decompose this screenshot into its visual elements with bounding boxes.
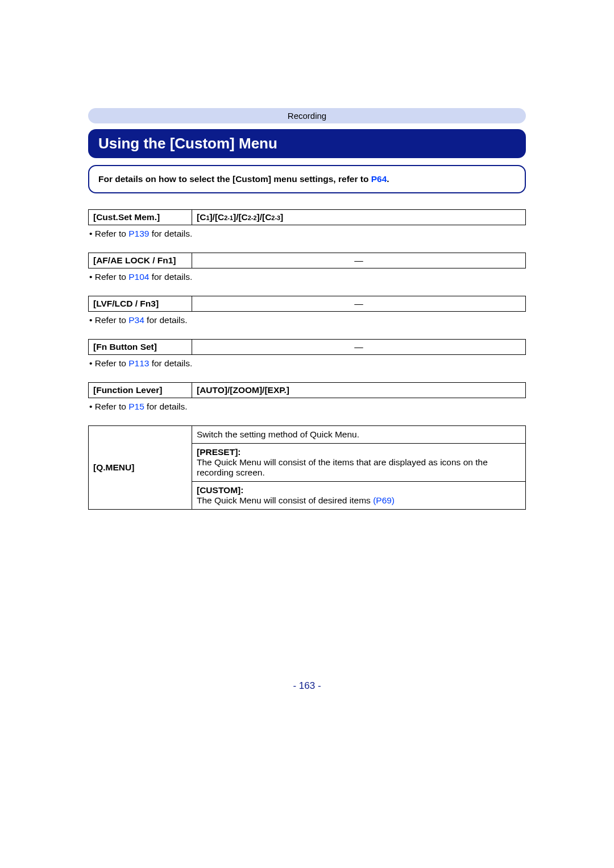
option-label: [LVF/LCD / Fn3] xyxy=(89,296,192,312)
glyph-c: C xyxy=(218,212,224,222)
qmenu-row3: [CUSTOM]: The Quick Menu will consist of… xyxy=(192,482,526,510)
table-row: [Cust.Set Mem.] [C1]/[C2-1]/[C2-2]/[C2-3… xyxy=(89,210,526,225)
refer-suffix: for details. xyxy=(144,315,188,325)
option-value: — xyxy=(192,253,526,268)
qmenu-custom-title: [CUSTOM]: xyxy=(197,485,243,495)
refer-prefix: • Refer to xyxy=(89,229,128,238)
glyph-sub: 2-3 xyxy=(271,214,280,221)
option-value: [C1]/[C2-1]/[C2-2]/[C2-3] xyxy=(192,210,526,225)
refer-link[interactable]: P104 xyxy=(128,272,149,282)
refer-link[interactable]: P15 xyxy=(128,402,144,411)
refer-suffix: for details. xyxy=(149,229,192,238)
table-row: [AF/AE LOCK / Fn1] — xyxy=(89,253,526,268)
refer-line: • Refer to P113 for details. xyxy=(88,358,526,369)
refer-line: • Refer to P139 for details. xyxy=(88,229,526,239)
refer-prefix: • Refer to xyxy=(89,272,128,282)
option-fn-button-set: [Fn Button Set] — • Refer to P113 for de… xyxy=(88,339,526,369)
option-cust-set-mem: [Cust.Set Mem.] [C1]/[C2-1]/[C2-2]/[C2-3… xyxy=(88,209,526,239)
option-function-lever: [Function Lever] [AUTO]/[ZOOM]/[EXP.] • … xyxy=(88,382,526,412)
qmenu-custom-text: The Quick Menu will consist of desired i… xyxy=(197,495,373,505)
refer-line: • Refer to P104 for details. xyxy=(88,272,526,282)
table-row: [LVF/LCD / Fn3] — xyxy=(89,296,526,312)
page-number: - 163 - xyxy=(88,680,526,692)
option-table: [Cust.Set Mem.] [C1]/[C2-1]/[C2-2]/[C2-3… xyxy=(88,209,526,225)
refer-prefix: • Refer to xyxy=(89,315,128,325)
qmenu-row2: [PRESET]: The Quick Menu will consist of… xyxy=(192,444,526,482)
note-suffix: . xyxy=(387,174,389,184)
option-label: [Q.MENU] xyxy=(89,426,192,510)
note-link-p64[interactable]: P64 xyxy=(371,174,387,184)
qmenu-row1: Switch the setting method of Quick Menu. xyxy=(192,426,526,444)
table-row: [Q.MENU] Switch the setting method of Qu… xyxy=(89,426,526,444)
option-label: [Fn Button Set] xyxy=(89,340,192,355)
intro-note: For details on how to select the [Custom… xyxy=(88,165,526,193)
option-af-ae-lock: [AF/AE LOCK / Fn1] — • Refer to P104 for… xyxy=(88,253,526,282)
option-value: — xyxy=(192,340,526,355)
glyph-sub: 2-1 xyxy=(224,214,233,221)
option-value: [AUTO]/[ZOOM]/[EXP.] xyxy=(192,383,526,398)
option-lvf-lcd: [LVF/LCD / Fn3] — • Refer to P34 for det… xyxy=(88,296,526,325)
option-table: [Function Lever] [AUTO]/[ZOOM]/[EXP.] xyxy=(88,382,526,398)
table-row: [Fn Button Set] — xyxy=(89,340,526,355)
refer-link[interactable]: P113 xyxy=(128,358,149,368)
option-value-text: [AUTO]/[ZOOM]/[EXP.] xyxy=(197,385,289,395)
qmenu-preset-title: [PRESET]: xyxy=(197,447,241,457)
page-content: Recording Using the [Custom] Menu For de… xyxy=(88,0,526,726)
refer-suffix: for details. xyxy=(144,402,188,411)
option-table: [LVF/LCD / Fn3] — xyxy=(88,296,526,312)
option-table: [Fn Button Set] — xyxy=(88,339,526,355)
page-title: Using the [Custom] Menu xyxy=(88,129,526,158)
glyph-c: C xyxy=(265,212,271,222)
glyph-sub: 2-2 xyxy=(248,214,257,221)
option-table: [AF/AE LOCK / Fn1] — xyxy=(88,253,526,268)
option-label: [Function Lever] xyxy=(89,383,192,398)
refer-line: • Refer to P15 for details. xyxy=(88,402,526,412)
refer-link[interactable]: P34 xyxy=(128,315,144,325)
refer-link[interactable]: P139 xyxy=(128,229,149,238)
refer-prefix: • Refer to xyxy=(89,402,128,411)
qmenu-preset-text: The Quick Menu will consist of the items… xyxy=(197,457,488,477)
option-label: [AF/AE LOCK / Fn1] xyxy=(89,253,192,268)
qmenu-custom-link[interactable]: (P69) xyxy=(373,495,395,505)
option-value: — xyxy=(192,296,526,312)
refer-line: • Refer to P34 for details. xyxy=(88,315,526,325)
section-header: Recording xyxy=(88,108,526,123)
option-qmenu: [Q.MENU] Switch the setting method of Qu… xyxy=(88,425,526,510)
glyph-c: C xyxy=(200,212,206,222)
note-text: For details on how to select the [Custom… xyxy=(98,174,371,184)
refer-suffix: for details. xyxy=(149,272,192,282)
table-row: [Function Lever] [AUTO]/[ZOOM]/[EXP.] xyxy=(89,383,526,398)
option-label: [Cust.Set Mem.] xyxy=(89,210,192,225)
glyph-c: C xyxy=(242,212,248,222)
refer-suffix: for details. xyxy=(149,358,192,368)
refer-prefix: • Refer to xyxy=(89,358,128,368)
